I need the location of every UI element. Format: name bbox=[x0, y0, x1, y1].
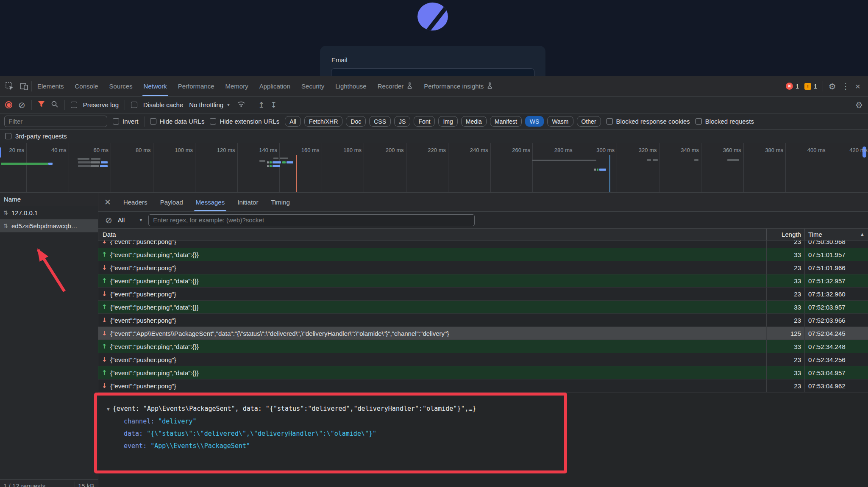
type-filter-doc[interactable]: Doc bbox=[346, 116, 366, 127]
type-filter-all[interactable]: All bbox=[285, 116, 301, 127]
message-row[interactable]: ↓{"event":"pusher:pong"}2307:50:30.968 bbox=[98, 241, 868, 248]
requests-sidebar: Name ⇅127.0.0.1⇅ed5zsi5ebpdmawcqb… 1 / 1… bbox=[0, 193, 98, 487]
type-filter-media[interactable]: Media bbox=[461, 116, 487, 127]
message-type-dropdown[interactable]: All ▼ bbox=[118, 216, 143, 224]
request-row-127-0-0-1[interactable]: ⇅127.0.0.1 bbox=[0, 206, 98, 219]
message-length: 23 bbox=[766, 314, 804, 327]
sent-arrow-icon: ↑ bbox=[102, 366, 110, 379]
message-row[interactable]: ↓{"event":"pusher:pong"}2307:53:04.962 bbox=[98, 379, 868, 393]
error-badge-icon[interactable]: ✕ bbox=[786, 83, 793, 90]
import-har-icon[interactable]: ↥ bbox=[258, 100, 264, 109]
type-filter-css[interactable]: CSS bbox=[369, 116, 391, 127]
preserve-log-checkbox[interactable] bbox=[71, 102, 77, 108]
expand-triangle-icon[interactable]: ▼ bbox=[107, 407, 110, 412]
network-overview-timeline[interactable]: 20 ms40 ms60 ms80 ms100 ms120 ms140 ms16… bbox=[0, 143, 868, 193]
more-options-icon[interactable]: ⋮ bbox=[842, 81, 850, 91]
message-row[interactable]: ↓{"event":"App\\Events\\PackageSent","da… bbox=[98, 327, 868, 340]
tab-lighthouse[interactable]: Lighthouse bbox=[330, 76, 372, 96]
type-filter-js[interactable]: JS bbox=[394, 116, 410, 127]
panel-tab-payload[interactable]: Payload bbox=[154, 193, 189, 211]
hide-extension-urls-checkbox[interactable] bbox=[210, 118, 216, 125]
waterfall-bar bbox=[273, 161, 281, 163]
detail-entry[interactable]: channel: "delivery" bbox=[107, 415, 868, 428]
message-row[interactable]: ↑{"event":"pusher:ping","data":{}}3307:5… bbox=[98, 366, 868, 379]
tab-sources[interactable]: Sources bbox=[104, 76, 138, 96]
third-party-requests-checkbox[interactable] bbox=[5, 133, 11, 139]
type-filter-manifest[interactable]: Manifest bbox=[490, 116, 522, 127]
message-row[interactable]: ↑{"event":"pusher:ping","data":{}}3307:5… bbox=[98, 274, 868, 288]
timeline-event-marker bbox=[609, 155, 610, 192]
name-column-header[interactable]: Name bbox=[0, 193, 98, 206]
request-row-ed5zsi5ebpdmawcqb[interactable]: ⇅ed5zsi5ebpdmawcqb… bbox=[0, 219, 98, 232]
message-data: {"event":"pusher:pong"} bbox=[110, 379, 766, 392]
detail-entry[interactable]: event: "App\\Events\\PackageSent" bbox=[107, 440, 868, 452]
search-icon[interactable] bbox=[51, 100, 58, 109]
timeline-gridline bbox=[26, 143, 27, 192]
tab-console[interactable]: Console bbox=[70, 76, 104, 96]
message-row[interactable]: ↓{"event":"pusher:pong"}2307:52:34.256 bbox=[98, 353, 868, 366]
record-network-log-icon[interactable] bbox=[5, 101, 12, 108]
tab-recorder[interactable]: Recorder bbox=[372, 76, 419, 96]
blocked-response-cookies-checkbox[interactable] bbox=[606, 118, 613, 125]
data-column-header[interactable]: Data bbox=[98, 229, 766, 240]
disable-cache-checkbox[interactable] bbox=[131, 102, 137, 108]
message-row[interactable]: ↑{"event":"pusher:ping","data":{}}3307:5… bbox=[98, 301, 868, 314]
filter-input[interactable] bbox=[4, 116, 107, 127]
message-data: {"event":"pusher:ping","data":{}} bbox=[110, 366, 766, 379]
panel-tab-timing[interactable]: Timing bbox=[264, 193, 296, 211]
tab-security[interactable]: Security bbox=[296, 76, 330, 96]
message-row[interactable]: ↑{"event":"pusher:ping","data":{}}3307:5… bbox=[98, 248, 868, 261]
type-filter-fetch-xhr[interactable]: Fetch/XHR bbox=[304, 116, 342, 127]
settings-gear-icon[interactable]: ⚙ bbox=[829, 81, 836, 91]
device-toolbar-icon[interactable] bbox=[17, 79, 31, 94]
warning-badge-icon[interactable]: ! bbox=[804, 83, 811, 90]
timeline-gridline bbox=[153, 143, 153, 192]
message-row[interactable]: ↓{"event":"pusher:pong"}2307:51:01.966 bbox=[98, 261, 868, 274]
close-panel-icon[interactable]: ✕ bbox=[104, 197, 111, 207]
message-row[interactable]: ↓{"event":"pusher:pong"}2307:52:03.966 bbox=[98, 314, 868, 327]
panel-tab-headers[interactable]: Headers bbox=[117, 193, 154, 211]
panel-tab-initiator[interactable]: Initiator bbox=[231, 193, 264, 211]
tab-application[interactable]: Application bbox=[254, 76, 296, 96]
tab-elements[interactable]: Elements bbox=[32, 76, 70, 96]
message-regex-input[interactable] bbox=[148, 214, 475, 226]
close-devtools-icon[interactable]: × bbox=[855, 81, 860, 91]
type-filter-wasm[interactable]: Wasm bbox=[547, 116, 573, 127]
tab-performance[interactable]: Performance bbox=[172, 76, 220, 96]
tab-network[interactable]: Network bbox=[138, 76, 172, 96]
timeline-gridline bbox=[322, 143, 322, 192]
hide-data-urls-checkbox[interactable] bbox=[150, 118, 156, 125]
export-har-icon[interactable]: ↧ bbox=[270, 100, 277, 109]
detail-entry[interactable]: data: "{\"status\":\"delivered\",\"deliv… bbox=[107, 428, 868, 440]
type-filter-img[interactable]: Img bbox=[438, 116, 457, 127]
network-settings-gear-icon[interactable]: ⚙ bbox=[855, 100, 863, 110]
message-preview-line[interactable]: ▼{event: "App\Events\PackageSent", data:… bbox=[107, 403, 868, 415]
blocked-requests-checkbox[interactable] bbox=[696, 118, 702, 125]
type-filter-font[interactable]: Font bbox=[414, 116, 435, 127]
time-column-header[interactable]: Time ▲ bbox=[804, 229, 868, 240]
filter-funnel-icon[interactable] bbox=[38, 101, 45, 109]
length-column-header[interactable]: Length bbox=[766, 229, 804, 240]
message-row[interactable]: ↓{"event":"pusher:pong"}2307:51:32.960 bbox=[98, 288, 868, 301]
message-time: 07:51:01.966 bbox=[804, 261, 868, 274]
throttling-dropdown[interactable]: No throttling ▼ bbox=[189, 101, 231, 108]
tab-performance-insights[interactable]: Performance insights bbox=[418, 76, 498, 96]
email-field[interactable] bbox=[331, 68, 534, 76]
message-time: 07:50:30.968 bbox=[804, 241, 868, 248]
timeline-tick-label: 240 ms bbox=[470, 147, 488, 153]
timeline-tick-label: 220 ms bbox=[428, 147, 446, 153]
clear-messages-icon[interactable]: ⊘ bbox=[105, 216, 112, 224]
panel-tab-messages[interactable]: Messages bbox=[189, 193, 231, 211]
clear-network-log-icon[interactable]: ⊘ bbox=[18, 101, 25, 109]
type-filter-other[interactable]: Other bbox=[577, 116, 601, 127]
message-row[interactable]: ↑{"event":"pusher:ping","data":{}}3307:5… bbox=[98, 340, 868, 353]
message-type-value: All bbox=[118, 216, 125, 224]
network-conditions-icon[interactable] bbox=[236, 100, 246, 109]
flask-icon bbox=[406, 82, 413, 90]
type-filter-ws[interactable]: WS bbox=[525, 116, 544, 127]
message-data: {"event":"pusher:pong"} bbox=[110, 261, 766, 274]
inspect-element-icon[interactable] bbox=[3, 79, 17, 94]
overview-handle-left[interactable] bbox=[0, 147, 1, 158]
invert-checkbox[interactable] bbox=[113, 118, 119, 125]
tab-memory[interactable]: Memory bbox=[220, 76, 254, 96]
